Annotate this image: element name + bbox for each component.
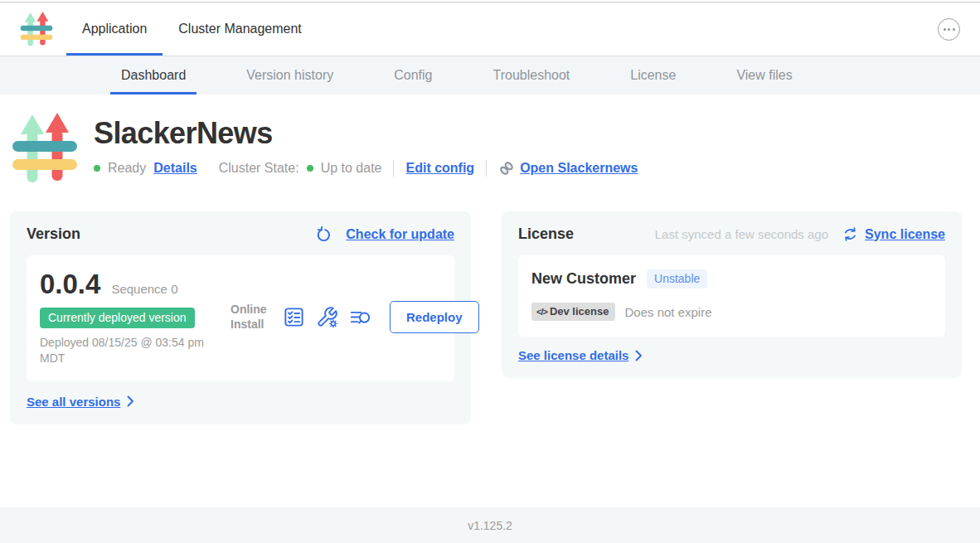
view-logs-icon[interactable] xyxy=(349,306,371,328)
install-type-label: Online Install xyxy=(230,303,272,332)
subnav-item-config[interactable]: Config xyxy=(383,56,443,95)
divider xyxy=(393,160,394,177)
sync-license-label: Sync license xyxy=(865,227,945,242)
main-content: SlackerNews Ready Details Cluster State:… xyxy=(0,95,980,507)
app-status-row: Ready Details Cluster State: Up to date … xyxy=(94,160,638,177)
subnav-item-license[interactable]: License xyxy=(619,56,686,95)
top-nav: Application Cluster Management xyxy=(0,2,980,56)
tab-application[interactable]: Application xyxy=(66,2,163,56)
page-title: SlackerNews xyxy=(94,116,638,151)
app-status-text: Ready xyxy=(108,161,146,176)
sync-license-link[interactable]: Sync license xyxy=(842,226,945,242)
slackernews-logo-icon xyxy=(20,10,53,49)
sequence-label: Sequence 0 xyxy=(111,282,177,296)
open-app-link-label: Open Slackernews xyxy=(520,161,638,176)
app-header-section: SlackerNews Ready Details Cluster State:… xyxy=(0,95,980,188)
preflight-checks-icon[interactable] xyxy=(283,306,305,328)
tab-cluster-management-label: Cluster Management xyxy=(178,22,302,36)
deployed-status-badge: Currently deployed version xyxy=(40,308,195,328)
subnav-item-view-files[interactable]: View files xyxy=(725,56,803,95)
last-synced-text: Last synced a few seconds ago xyxy=(655,227,828,241)
app-status-dot xyxy=(94,165,100,172)
app-level-tabs: Application Cluster Management xyxy=(66,2,318,56)
footer: v1.125.2 xyxy=(0,507,980,543)
chevron-right-icon xyxy=(127,395,134,407)
version-card-title: Version xyxy=(27,225,80,243)
current-version-panel: 0.0.4 Sequence 0 Currently deployed vers… xyxy=(27,255,454,381)
config-wrench-icon[interactable] xyxy=(316,306,338,328)
check-for-update-label: Check for update xyxy=(346,227,454,242)
deployed-timestamp: Deployed 08/15/25 @ 03:54 pm MDT xyxy=(40,335,216,366)
license-card: License Last synced a few seconds ago xyxy=(502,211,962,378)
license-type-badge: </> Dev license xyxy=(531,303,615,321)
cluster-state-value: Up to date xyxy=(321,161,382,176)
subnav-item-troubleshoot[interactable]: Troubleshoot xyxy=(482,56,580,95)
expiration-text: Does not expire xyxy=(624,305,711,319)
ellipsis-icon xyxy=(944,28,946,31)
divider xyxy=(486,160,487,177)
cluster-state-dot xyxy=(307,165,313,172)
version-card: Version Check for update xyxy=(10,211,471,424)
edit-config-link[interactable]: Edit config xyxy=(405,161,474,176)
see-license-details-label: See license details xyxy=(518,348,628,362)
console-version-text: v1.125.2 xyxy=(468,519,512,532)
sync-arrows-icon xyxy=(842,226,858,242)
details-link[interactable]: Details xyxy=(153,161,196,176)
chain-link-icon xyxy=(498,160,515,177)
license-type-label: Dev license xyxy=(550,305,609,318)
subnav-item-dashboard[interactable]: Dashboard xyxy=(110,56,196,95)
cluster-state-label: Cluster State: xyxy=(219,161,299,176)
refresh-icon xyxy=(316,226,332,242)
admin-console-page: Application Cluster Management Dashboard… xyxy=(0,0,980,543)
open-app-link[interactable]: Open Slackernews xyxy=(498,160,638,177)
license-card-title: License xyxy=(518,225,574,243)
chevron-right-icon xyxy=(635,350,643,361)
dashboard-subnav: Dashboard Version history Config Trouble… xyxy=(0,56,980,95)
code-icon: </> xyxy=(536,307,547,317)
dashboard-cards: Version Check for update xyxy=(0,188,980,424)
see-all-versions-link[interactable]: See all versions xyxy=(27,395,134,409)
customer-name: New Customer xyxy=(531,270,636,288)
redeploy-button[interactable]: Redeploy xyxy=(390,301,479,333)
channel-badge: Unstable xyxy=(647,269,707,288)
subnav-item-version-history[interactable]: Version history xyxy=(235,56,344,95)
tab-application-label: Application xyxy=(82,22,147,36)
version-number: 0.0.4 xyxy=(40,269,100,300)
see-license-details-link[interactable]: See license details xyxy=(518,348,643,362)
slackernews-logo-large-icon xyxy=(12,109,78,188)
tab-cluster-management[interactable]: Cluster Management xyxy=(163,2,318,56)
see-all-versions-label: See all versions xyxy=(27,395,120,409)
more-menu-button[interactable] xyxy=(938,18,960,41)
license-details-panel: New Customer Unstable </> Dev license Do… xyxy=(518,255,945,337)
check-for-update-link[interactable]: Check for update xyxy=(316,226,454,242)
